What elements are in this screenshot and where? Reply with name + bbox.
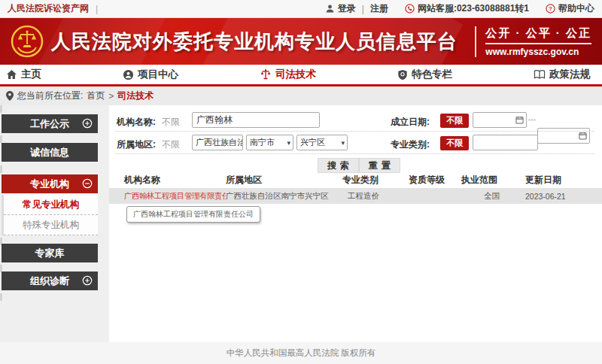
main-panel: 机构名称: 不限 成立日期: 不限 --- 所属地区: 不限 广西壮族自治 ▾ …	[109, 105, 602, 342]
establish-date-label: 成立日期:	[391, 116, 430, 129]
nav-policies[interactable]: 政策法规	[534, 68, 590, 81]
home-icon	[6, 69, 17, 80]
question-icon: ?	[546, 4, 555, 14]
form-divider	[115, 153, 594, 154]
shield-icon	[397, 69, 408, 80]
col-scope: 执业范围	[461, 174, 525, 187]
table-header-row: 机构名称 所属地区 专业类别 资质等级 执业范围 更新日期	[109, 171, 602, 188]
table-row: 广西翰林工程项目管理有限责任... 广西壮族自治区南宁市兴宁区 工程造价 全国 …	[109, 188, 602, 204]
footer: 中华人民共和国最高人民法院 版权所有	[0, 342, 602, 364]
date-unlimited-badge[interactable]: 不限	[440, 114, 469, 128]
plus-circle-icon[interactable]	[82, 118, 93, 129]
city-select[interactable]: 南宁市 ▾	[246, 135, 293, 150]
district-select[interactable]: 兴宁区 ▾	[296, 135, 348, 150]
cell-update-date: 2023-06-21	[525, 192, 602, 201]
nav-featured-column[interactable]: 特色专栏	[397, 68, 452, 81]
date-from-field[interactable]	[473, 112, 527, 128]
svg-text:?: ?	[549, 5, 552, 12]
chevron-down-icon: ▾	[341, 139, 345, 147]
calendar-icon[interactable]	[579, 132, 587, 140]
nav-judicial-technology[interactable]: 司法技术	[260, 68, 316, 81]
chevron-down-icon: ▾	[287, 139, 290, 147]
slogan: 公开 · 公平 · 公正	[485, 26, 591, 44]
org-name-input[interactable]	[192, 112, 320, 128]
region-unlimited[interactable]: 不限	[162, 138, 180, 151]
sidebar: 工作公示 诚信信息 专业机构 常见专业机构 特殊专业机构 专家库 组织诊断	[0, 105, 109, 342]
sidebar-item-integrity-info[interactable]: 诚信信息	[2, 143, 98, 162]
breadcrumb-current[interactable]: 司法技术	[117, 89, 154, 102]
org-name-link[interactable]: 广西翰林工程项目管理有限责任...	[124, 191, 226, 202]
breadcrumb: 您当前所在位置: 首页 > 司法技术	[0, 86, 602, 105]
category-input[interactable]	[473, 135, 538, 150]
topbar-divider: |	[96, 4, 98, 14]
nav-home[interactable]: 主页	[6, 68, 41, 81]
nav-project-center[interactable]: 项目中心	[123, 68, 178, 81]
submenu-special-orgs[interactable]: 特殊专业机构	[4, 215, 98, 235]
minus-circle-icon[interactable]	[82, 178, 93, 189]
province-select[interactable]: 广西壮族自治 ▾	[192, 135, 243, 150]
phone-icon	[405, 4, 415, 14]
asset-site-link[interactable]: 人民法院诉讼资产网	[8, 2, 89, 15]
col-org-name: 机构名称	[124, 174, 226, 187]
col-category: 专业类别	[342, 174, 409, 187]
cell-scope: 全国	[461, 191, 525, 202]
date-range-separator: ---	[528, 115, 536, 123]
category-label: 专业类别:	[391, 138, 430, 151]
col-update-date: 更新日期	[525, 174, 602, 187]
col-region: 所属地区	[226, 174, 342, 187]
reset-button[interactable]: 重置	[359, 158, 400, 173]
breadcrumb-prefix: 您当前所在位置:	[17, 89, 83, 102]
region-label: 所属地区:	[117, 138, 156, 151]
submenu-common-orgs[interactable]: 常见专业机构	[4, 195, 98, 215]
service-phone: 网站客服:023-63088881转1	[405, 2, 529, 15]
form-divider	[115, 131, 594, 132]
main-nav: 主页 项目中心 司法技术 特色专栏 政策法规	[0, 65, 602, 86]
org-name-tooltip: 广西翰林工程项目管理有限责任公司	[126, 206, 260, 223]
sidebar-item-org-diagnosis[interactable]: 组织诊断	[2, 271, 98, 290]
plus-circle-icon[interactable]	[82, 275, 93, 286]
cell-category: 工程造价	[342, 191, 409, 202]
login-link[interactable]: 登录	[325, 2, 356, 15]
calendar-icon[interactable]	[515, 116, 524, 124]
org-name-unlimited[interactable]: 不限	[162, 116, 180, 129]
register-link[interactable]: 注册	[370, 2, 388, 15]
sidebar-item-work-publicity[interactable]: 工作公示	[2, 114, 98, 133]
user-icon	[325, 4, 335, 14]
search-button[interactable]: 搜索	[318, 158, 359, 173]
breadcrumb-home[interactable]: 首页	[87, 89, 105, 102]
site-header: 人民法院对外委托专业机构专业人员信息平台 公开 · 公平 · 公正 www.rm…	[0, 18, 602, 65]
sidebar-item-expert-pool[interactable]: 专家库	[2, 244, 98, 262]
location-pin-icon	[6, 91, 14, 101]
site-url: www.rmfysszc.gov.cn	[485, 47, 591, 57]
sidebar-item-professional-orgs[interactable]: 专业机构	[2, 174, 98, 193]
scales-icon	[260, 68, 272, 80]
copyright-text: 中华人民共和国最高人民法院 版权所有	[227, 347, 376, 359]
breadcrumb-separator: >	[108, 91, 114, 102]
book-icon	[534, 69, 546, 80]
professional-orgs-submenu: 常见专业机构 特殊专业机构	[2, 195, 98, 235]
cell-region: 广西壮族自治区南宁市兴宁区	[226, 191, 342, 202]
court-emblem-logo	[11, 25, 44, 58]
top-utility-bar: 人民法院诉讼资产网 | 登录 | 注册 网站客服:023-63088881转1 …	[0, 0, 602, 18]
category-unlimited-badge[interactable]: 不限	[440, 136, 469, 150]
project-center-icon	[123, 69, 134, 80]
col-grade: 资质等级	[409, 174, 461, 187]
org-name-label: 机构名称:	[117, 116, 156, 129]
help-center-link[interactable]: ? 帮助中心	[546, 2, 594, 15]
platform-title: 人民法院对外委托专业机构专业人员信息平台	[51, 29, 458, 55]
